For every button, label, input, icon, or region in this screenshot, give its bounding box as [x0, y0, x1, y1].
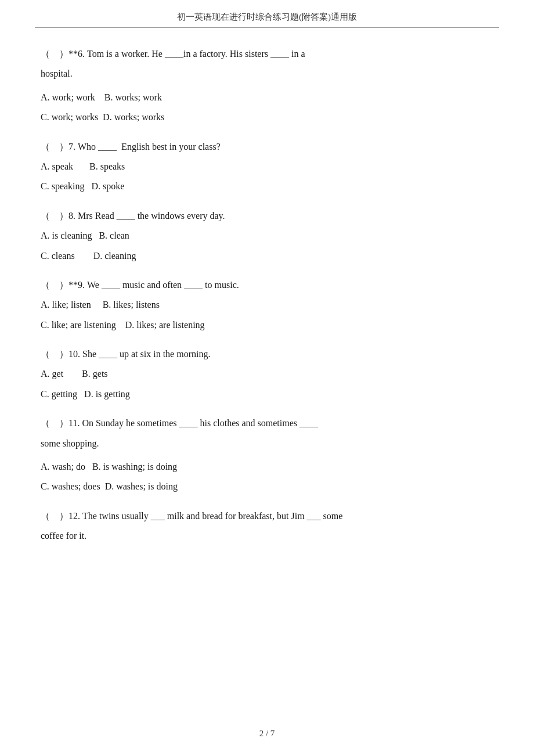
question-9-optionCD: C. like; are listening D. likes; are lis… — [41, 316, 493, 334]
question-6-continuation: hospital. — [41, 65, 493, 82]
question-9-optionAB: A. like; listen B. likes; listens — [41, 296, 493, 314]
question-7-optionAB: A. speak B. speaks — [41, 158, 493, 175]
question-6-optionCD: C. work; works D. works; works — [41, 109, 493, 126]
question-9-text: （ ）**9. We ____ music and often ____ to … — [41, 276, 493, 294]
page-number: 2 / 7 — [259, 729, 275, 738]
question-10-text: （ ）10. She ____ up at six in the morning… — [41, 345, 493, 363]
question-6-optionAB: A. work; work B. works; work — [41, 89, 493, 106]
page-container: 初一英语现在进行时综合练习题(附答案)通用版 （ ）**6. Tom is a … — [0, 0, 534, 756]
question-block-10: （ ）10. She ____ up at six in the morning… — [41, 345, 493, 403]
question-7-optionCD: C. speaking D. spoke — [41, 178, 493, 195]
question-block-11: （ ）11. On Sunday he sometimes ____ his c… — [41, 415, 493, 496]
question-8-text: （ ）8. Mrs Read ____ the windows every da… — [41, 207, 493, 225]
question-10-optionAB: A. get B. gets — [41, 365, 493, 383]
question-12-continuation: coffee for it. — [41, 527, 493, 545]
question-11-optionAB: A. wash; do B. is washing; is doing — [41, 458, 493, 476]
question-12-text: （ ）12. The twins usually ___ milk and br… — [41, 507, 493, 525]
question-block-8: （ ）8. Mrs Read ____ the windows every da… — [41, 207, 493, 265]
content-area: （ ）**6. Tom is a worker. He ____in a fac… — [35, 45, 499, 545]
question-10-optionCD: C. getting D. is getting — [41, 386, 493, 403]
page-footer: 2 / 7 — [35, 729, 499, 739]
page-header: 初一英语现在进行时综合练习题(附答案)通用版 — [35, 12, 499, 28]
question-8-optionCD: C. cleans D. cleaning — [41, 247, 493, 265]
question-block-12: （ ）12. The twins usually ___ milk and br… — [41, 507, 493, 545]
page-title: 初一英语现在进行时综合练习题(附答案)通用版 — [177, 12, 357, 21]
question-11-optionCD: C. washes; does D. washes; is doing — [41, 478, 493, 495]
question-block-7: （ ）7. Who ____ English best in your clas… — [41, 138, 493, 196]
question-7-text: （ ）7. Who ____ English best in your clas… — [41, 138, 493, 156]
question-block-9: （ ）**9. We ____ music and often ____ to … — [41, 276, 493, 334]
question-8-optionAB: A. is cleaning B. clean — [41, 227, 493, 244]
question-6-text: （ ）**6. Tom is a worker. He ____in a fac… — [41, 45, 493, 63]
question-block-6: （ ）**6. Tom is a worker. He ____in a fac… — [41, 45, 493, 127]
question-11-continuation: some shopping. — [41, 435, 493, 452]
question-11-text: （ ）11. On Sunday he sometimes ____ his c… — [41, 415, 493, 432]
